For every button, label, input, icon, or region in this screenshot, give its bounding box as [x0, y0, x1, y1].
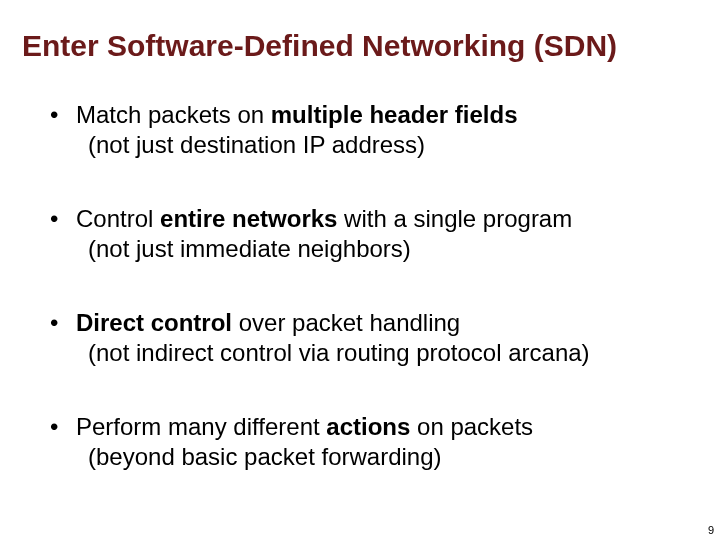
bullet-list: Match packets on multiple header fields … — [20, 100, 700, 472]
text-sub: (not just immediate neighbors) — [76, 234, 700, 264]
slide-title: Enter Software-Defined Networking (SDN) — [22, 28, 700, 64]
text-sub: (beyond basic packet forwarding) — [76, 442, 700, 472]
text-bold: actions — [326, 413, 410, 440]
text-sub: (not just destination IP address) — [76, 130, 700, 160]
slide: Enter Software-Defined Networking (SDN) … — [0, 0, 720, 540]
text-bold: multiple header fields — [271, 101, 518, 128]
text-post: on packets — [410, 413, 533, 440]
list-item: Perform many different actions on packet… — [50, 412, 700, 472]
list-item: Control entire networks with a single pr… — [50, 204, 700, 264]
text-sub: (not indirect control via routing protoc… — [76, 338, 700, 368]
text-bold: entire networks — [160, 205, 337, 232]
text-pre: Perform many different — [76, 413, 326, 440]
text-pre: Match packets on — [76, 101, 271, 128]
text-pre: Control — [76, 205, 160, 232]
text-post: over packet handling — [232, 309, 460, 336]
page-number: 9 — [708, 524, 714, 536]
list-item: Match packets on multiple header fields … — [50, 100, 700, 160]
text-post: with a single program — [337, 205, 572, 232]
text-bold: Direct control — [76, 309, 232, 336]
list-item: Direct control over packet handling (not… — [50, 308, 700, 368]
